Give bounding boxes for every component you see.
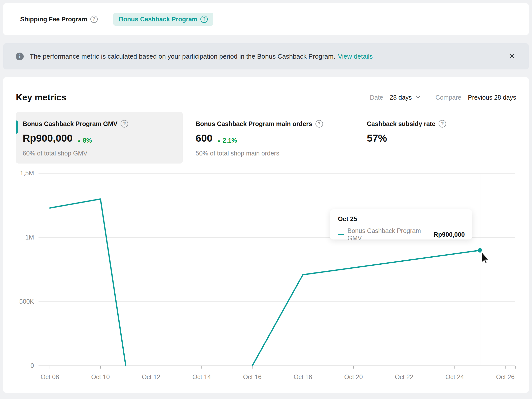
metric-orders-title: Bonus Cashback Program main orders ? [196, 120, 357, 128]
controls-divider [428, 93, 428, 102]
key-metrics-card: Key metrics Date 28 days Compare Previou… [3, 77, 529, 393]
tab-shipping-fee-label: Shipping Fee Program [20, 16, 87, 23]
y-axis-tick-label: 1M [25, 234, 34, 241]
metric-gmv-value: Rp900,000 [23, 133, 73, 144]
metric-gmv-subtext: 60% of total shop GMV [23, 150, 183, 157]
gmv-line-series [50, 199, 126, 366]
tab-bonus-cashback-program[interactable]: Bonus Cashback Program ? [113, 13, 214, 26]
metric-card-subsidy-rate[interactable]: Cashback subsidy rate ? 57% [367, 112, 516, 164]
orders-help-icon[interactable]: ? [315, 120, 323, 128]
up-triangle-icon: ▲ [217, 138, 221, 143]
gmv-help-icon[interactable]: ? [121, 120, 128, 128]
metric-orders-subtext: 50% of total shop main orders [196, 150, 357, 157]
metric-subsidy-value: 57% [367, 133, 387, 144]
tab-shipping-fee-program[interactable]: Shipping Fee Program ? [20, 16, 98, 23]
x-axis-tick-label: Oct 20 [344, 373, 363, 380]
gmv-trend-chart[interactable]: 0500K1M1,5MOct 08Oct 10Oct 12Oct 14Oct 1… [3, 165, 529, 387]
metric-orders-value: 600 [196, 133, 212, 144]
compare-label: Compare [435, 94, 461, 101]
shipping-help-icon[interactable]: ? [90, 16, 98, 23]
metric-subsidy-title: Cashback subsidy rate ? [367, 120, 516, 128]
tooltip-date: Oct 25 [338, 215, 465, 223]
metric-gmv-title: Bonus Cashback Program GMV ? [23, 120, 183, 128]
metric-orders-delta: ▲ 2.1% [217, 137, 237, 144]
compare-range-value[interactable]: Previous 28 days [468, 94, 516, 101]
x-axis-tick-label: Oct 18 [294, 373, 312, 380]
mouse-cursor-icon [482, 252, 489, 264]
x-axis-tick-label: Oct 12 [142, 373, 160, 380]
x-axis-tick-label: Oct 26 [496, 373, 515, 380]
banner-text: The performance metric is calculated bas… [30, 53, 508, 60]
date-controls: Date 28 days Compare Previous 28 days [370, 93, 516, 102]
participation-info-banner: i The performance metric is calculated b… [3, 43, 529, 69]
tooltip-value: Rp900,000 [434, 231, 465, 238]
date-range-dropdown[interactable]: 28 days [390, 94, 421, 101]
cashback-help-icon[interactable]: ? [200, 16, 208, 23]
page-title: Key metrics [16, 92, 66, 102]
info-icon: i [16, 53, 24, 60]
selected-indicator-bar [16, 121, 18, 134]
program-tabs-bar: Shipping Fee Program ? Bonus Cashback Pr… [3, 3, 529, 35]
subsidy-help-icon[interactable]: ? [439, 120, 446, 128]
y-axis-tick-label: 500K [19, 298, 34, 305]
bonus-cashback-dashboard: { "tabs": { "shipping": "Shipping Fee Pr… [0, 0, 532, 399]
metric-card-main-orders[interactable]: Bonus Cashback Program main orders ? 600… [196, 112, 357, 164]
x-axis-tick-label: Oct 14 [192, 373, 211, 380]
metric-card-gmv[interactable]: Bonus Cashback Program GMV ? Rp900,000 ▲… [16, 112, 183, 164]
tab-bonus-cashback-label: Bonus Cashback Program [119, 16, 198, 23]
up-triangle-icon: ▲ [77, 138, 81, 143]
y-axis-tick-label: 1,5M [20, 170, 34, 177]
gmv-line-series [252, 250, 480, 366]
metric-gmv-delta: ▲ 8% [77, 137, 92, 144]
banner-close-icon[interactable]: ✕ [508, 52, 516, 61]
date-label: Date [370, 94, 383, 101]
view-details-link[interactable]: View details [338, 53, 373, 60]
metric-cards-row: Bonus Cashback Program GMV ? Rp900,000 ▲… [16, 112, 516, 164]
tooltip-series-label: Bonus Cashback Program GMV [347, 227, 434, 242]
x-axis-tick-label: Oct 10 [91, 373, 110, 380]
x-axis-tick-label: Oct 08 [41, 373, 59, 380]
x-axis-tick-label: Oct 24 [445, 373, 464, 380]
series-marker-icon [338, 234, 344, 235]
y-axis-tick-label: 0 [30, 362, 34, 369]
chart-tooltip: Oct 25 Bonus Cashback Program GMV Rp900,… [330, 209, 472, 240]
key-metrics-header: Key metrics Date 28 days Compare Previou… [16, 90, 516, 104]
x-axis-tick-label: Oct 16 [243, 373, 262, 380]
chevron-down-icon [415, 95, 421, 100]
x-axis-tick-label: Oct 22 [395, 373, 413, 380]
